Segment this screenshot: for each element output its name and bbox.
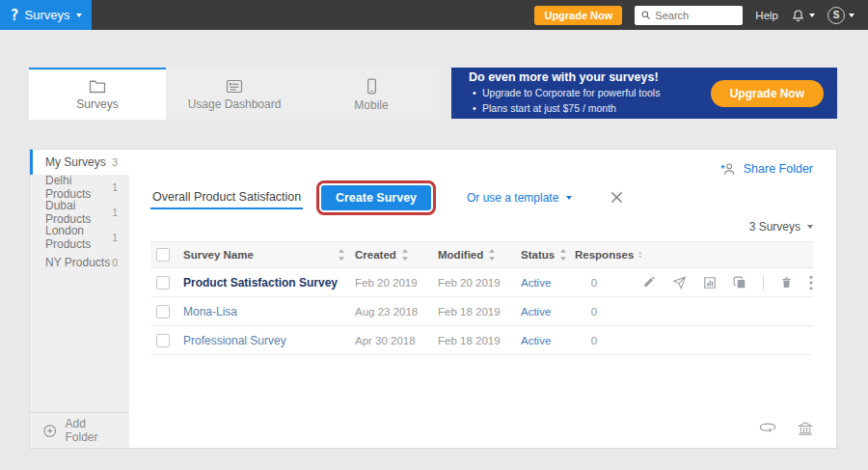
survey-name-link[interactable]: Mona-Lisa (183, 305, 355, 318)
modified-date: Feb 20 2019 (438, 277, 521, 289)
bell-icon (791, 8, 805, 23)
tab-label: Surveys (76, 97, 118, 111)
search-input[interactable] (655, 10, 732, 21)
edit-icon[interactable] (642, 276, 656, 290)
actions-divider (763, 275, 764, 290)
add-folder-label: Add Folder (66, 417, 118, 444)
modified-date: Feb 18 2019 (438, 335, 521, 346)
tab-usage-dashboard[interactable]: Usage Dashboard (166, 68, 303, 120)
restore-icon[interactable] (759, 421, 776, 435)
topbar-right: Upgrade Now Help S (534, 0, 868, 30)
search-box[interactable] (635, 6, 743, 25)
chevron-down-icon (76, 14, 82, 17)
sidebar-item-ny-products[interactable]: NY Products 0 (30, 250, 129, 275)
plus-circle-icon (42, 423, 58, 439)
close-icon[interactable] (610, 191, 623, 204)
sort-icon[interactable] (559, 249, 567, 261)
sidebar-item-delhi-products[interactable]: Delhi Products 1 (30, 175, 129, 200)
chevron-down-icon (566, 196, 572, 200)
share-folder-label: Share Folder (744, 162, 813, 176)
folder-label: Dubai Products (45, 199, 112, 226)
bank-icon[interactable] (798, 421, 813, 435)
banner-bullet: Upgrade to Corporate for powerful tools (469, 86, 660, 100)
share-row: Share Folder (150, 160, 813, 178)
folder-label: My Surveys (45, 155, 106, 169)
tab-label: Usage Dashboard (188, 97, 282, 111)
column-header-status: Status (521, 249, 555, 261)
add-folder-button[interactable]: Add Folder (30, 412, 129, 448)
banner-bullets: Upgrade to Corporate for powerful tools … (469, 86, 660, 115)
mobile-icon (366, 78, 378, 95)
survey-name-input[interactable] (150, 186, 303, 209)
sort-icon[interactable] (338, 249, 345, 261)
table-row: Professional Survey Apr 30 2018 Feb 18 2… (150, 326, 813, 355)
create-survey-button[interactable]: Create Survey (321, 185, 431, 210)
status-link[interactable]: Active (521, 306, 575, 318)
surveys-card: My Surveys 3 Delhi Products 1 Dubai Prod… (29, 149, 837, 449)
column-header-created: Created (355, 249, 396, 261)
column-header-modified: Modified (438, 249, 483, 261)
copy-icon[interactable] (733, 276, 746, 290)
responses-count: 0 (575, 277, 613, 289)
status-link[interactable]: Active (521, 335, 575, 346)
account-menu[interactable]: S (827, 7, 854, 24)
folders-sidebar: My Surveys 3 Delhi Products 1 Dubai Prod… (30, 150, 129, 448)
status-link[interactable]: Active (521, 277, 575, 289)
banner-text: Do even more with your surveys! Upgrade … (469, 70, 660, 115)
survey-count-dropdown[interactable]: 3 Surveys (150, 219, 813, 235)
sort-icon[interactable] (401, 249, 409, 261)
banner-upgrade-button[interactable]: Upgrade Now (711, 80, 824, 107)
sidebar-item-london-products[interactable]: London Products 1 (30, 225, 129, 250)
chevron-down-icon (809, 14, 815, 17)
surveys-table: Survey Name Created Modified (150, 241, 813, 355)
use-template-link[interactable]: Or use a template (467, 191, 572, 205)
search-icon (640, 10, 651, 20)
row-checkbox[interactable] (156, 276, 170, 290)
table-header: Survey Name Created Modified (150, 241, 813, 268)
tabs: Surveys Usage Dashboard Mobile (29, 68, 440, 120)
survey-name-link[interactable]: Product Satisfaction Survey (183, 276, 355, 290)
notifications-button[interactable] (791, 8, 815, 23)
more-options-icon[interactable] (809, 275, 813, 290)
folder-label: London Products (45, 224, 112, 251)
report-icon[interactable] (703, 276, 717, 290)
select-all-checkbox[interactable] (156, 248, 170, 262)
use-template-label: Or use a template (467, 191, 558, 205)
dashboard-icon (226, 79, 243, 94)
created-date: Apr 30 2018 (355, 335, 438, 346)
responses-count: 0 (575, 306, 613, 318)
sidebar-item-dubai-products[interactable]: Dubai Products 1 (30, 200, 129, 225)
delete-icon[interactable] (780, 276, 793, 290)
sidebar-item-my-surveys[interactable]: My Surveys 3 (30, 150, 129, 175)
upgrade-banner: Do even more with your surveys! Upgrade … (451, 68, 837, 119)
tab-surveys[interactable]: Surveys (29, 68, 166, 120)
survey-name-link[interactable]: Professional Survey (183, 334, 355, 347)
table-row: Product Satisfaction Survey Feb 20 2019 … (150, 268, 813, 297)
folder-count: 1 (112, 207, 118, 218)
share-folder-button[interactable]: Share Folder (720, 160, 813, 178)
brand-label: Surveys (25, 8, 70, 22)
folder-icon (89, 79, 106, 94)
app-logo-icon: ? (11, 7, 19, 24)
sort-icon[interactable] (638, 249, 642, 261)
avatar: S (827, 7, 845, 24)
row-actions (642, 275, 813, 290)
tab-label: Mobile (354, 98, 388, 112)
main-content: Share Folder Create Survey Or use a temp… (129, 150, 836, 448)
help-link[interactable]: Help (755, 10, 778, 21)
sort-icon[interactable] (488, 249, 496, 261)
row-checkbox[interactable] (156, 305, 170, 318)
highlight-ring: Create Survey (316, 180, 436, 215)
row-checkbox[interactable] (156, 334, 170, 347)
upgrade-now-button[interactable]: Upgrade Now (534, 6, 622, 25)
send-icon[interactable] (672, 276, 687, 290)
create-survey-row: Create Survey Or use a template (150, 182, 813, 212)
folder-count: 0 (112, 257, 118, 268)
folder-label: Delhi Products (45, 174, 112, 201)
survey-count-label: 3 Surveys (749, 220, 800, 234)
chevron-down-icon (849, 14, 854, 17)
folder-count: 3 (112, 156, 118, 168)
tab-mobile[interactable]: Mobile (303, 68, 440, 120)
brand-menu[interactable]: ? Surveys (0, 0, 92, 30)
tabs-banner-band: Surveys Usage Dashboard Mobile Do even m… (29, 68, 837, 120)
